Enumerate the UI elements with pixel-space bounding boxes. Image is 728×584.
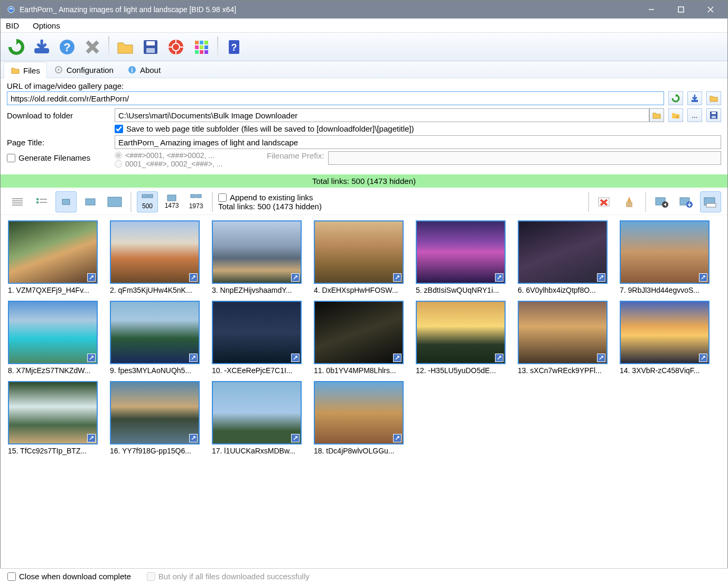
filename-pattern-1-radio[interactable] [115, 152, 122, 159]
thumbnail-image[interactable] [314, 220, 404, 284]
folder-label: Download to folder [7, 111, 110, 120]
menubar: BID Options [1, 18, 727, 33]
help-button[interactable]: ? [55, 35, 79, 59]
view-medium-thumb-button[interactable] [80, 191, 101, 212]
download-selected-button[interactable] [676, 191, 697, 212]
filter-1473-button[interactable]: 1473 [161, 191, 182, 212]
remove-selected-button[interactable] [594, 191, 615, 212]
svg-rect-47 [86, 199, 95, 205]
url-download-button[interactable] [687, 91, 702, 105]
rename-button[interactable] [700, 191, 721, 212]
folder-button[interactable] [114, 35, 137, 59]
thumbnail-image[interactable] [518, 220, 608, 284]
settings-button[interactable] [164, 35, 188, 59]
thumbnail-item[interactable]: 14. 3XVbR-zC458ViqF... [620, 301, 712, 375]
thumbnail-image[interactable] [110, 381, 200, 444]
tab-about[interactable]: i About [120, 61, 167, 78]
thumbnail-image[interactable] [8, 301, 98, 364]
minimize-button[interactable] [637, 1, 666, 18]
thumbnail-image[interactable] [110, 301, 200, 364]
thumbnail-item[interactable]: 8. X7MjcEzS7TNKZdW... [8, 301, 100, 375]
menu-options[interactable]: Options [30, 19, 63, 32]
thumbnail-image[interactable] [314, 381, 404, 444]
close-when-complete-checkbox[interactable] [7, 572, 16, 581]
url-input[interactable] [7, 91, 664, 105]
folder-star-button[interactable] [668, 108, 683, 122]
thumbnail-item[interactable]: 7. 9RbJl3Hd44egvvoS... [620, 220, 712, 294]
thumbnail-item[interactable]: 1. VZM7QXEFj9_H4Fv... [8, 220, 100, 294]
only-if-success-checkbox[interactable] [147, 572, 155, 581]
thumbnail-item[interactable]: 15. TfCc92s7TIp_BTZ... [8, 381, 100, 455]
thumbnail-item[interactable]: 6. 6V0ylhbx4izQtpf8O... [518, 220, 610, 294]
folder-browse-inline-button[interactable] [649, 108, 664, 122]
link-icon [597, 354, 605, 362]
thumbnail-image[interactable] [518, 301, 608, 364]
thumbnail-image[interactable] [212, 220, 302, 284]
filename-prefix-input[interactable] [328, 151, 721, 165]
thumbnail-image[interactable] [110, 220, 200, 284]
svg-rect-37 [712, 116, 716, 118]
filename-pattern-2-radio[interactable] [115, 160, 122, 168]
tab-files[interactable]: Files [4, 62, 47, 78]
thumbnail-image[interactable] [8, 381, 98, 444]
thumbnail-image[interactable] [8, 220, 98, 284]
thumbnail-image[interactable] [416, 301, 506, 364]
clean-button[interactable] [619, 191, 640, 212]
filter-500-button[interactable]: 500 [137, 191, 158, 212]
view-detail-button[interactable] [7, 191, 28, 212]
maximize-button[interactable] [666, 1, 696, 18]
thumbnail-item[interactable]: 2. qFm35KjUHw4K5nK... [110, 220, 202, 294]
thumbnail-image[interactable] [212, 301, 302, 364]
thumbnail-item[interactable]: 11. 0b1YV4MPM8Lhlrs... [314, 301, 406, 375]
thumbnail-grid[interactable]: 1. VZM7QXEFj9_H4Fv...2. qFm35KjUHw4K5nK.… [1, 215, 727, 561]
skip-button[interactable] [651, 191, 673, 212]
book-button[interactable]: ? [222, 35, 246, 59]
url-reload-button[interactable] [668, 91, 683, 105]
folder-dots-button[interactable]: ... [687, 108, 702, 122]
thumbnail-item[interactable]: 13. sXCn7wREck9YPFl... [518, 301, 610, 375]
save-subfolder-checkbox[interactable] [115, 125, 123, 133]
grid-button[interactable] [190, 35, 213, 59]
url-folder-button[interactable] [706, 91, 721, 105]
thumbnail-item[interactable]: 5. zBdtIsiSwQUqNRY1i... [416, 220, 508, 294]
link-icon [393, 434, 402, 442]
folder-input[interactable] [115, 108, 649, 122]
tab-configuration[interactable]: Configuration [47, 61, 120, 78]
thumbnail-item[interactable]: 16. YY7f918G-pp15Q6... [110, 381, 202, 455]
close-button[interactable] [696, 1, 725, 18]
view-list-button[interactable] [31, 191, 52, 212]
thumbnail-item[interactable]: 9. fpes3MYLAoNUQh5... [110, 301, 202, 375]
svg-rect-36 [712, 112, 716, 114]
save-button[interactable] [139, 35, 162, 59]
thumbnail-image[interactable] [620, 220, 710, 284]
thumbnail-label: 2. qFm35KjUHw4K5nK... [110, 284, 202, 294]
append-links-checkbox[interactable] [218, 193, 227, 202]
generate-filenames-checkbox[interactable] [7, 154, 15, 162]
menu-bid[interactable]: BID [3, 19, 22, 32]
thumbnail-image[interactable] [620, 301, 710, 364]
thumbnail-item[interactable]: 4. DxEHXspHwHFOSW... [314, 220, 406, 294]
page-title-input[interactable] [115, 135, 721, 149]
reload-button[interactable] [5, 35, 28, 59]
thumbnail-label: 1. VZM7QXEFj9_H4Fv... [8, 284, 100, 294]
form-area: URL of image/video gallery page: Downloa… [1, 78, 727, 173]
thumbnail-image[interactable] [212, 381, 302, 444]
separator [108, 36, 109, 58]
view-large-thumb-button[interactable] [104, 191, 125, 212]
thumbnail-image[interactable] [314, 301, 404, 364]
cancel-button[interactable] [81, 35, 104, 59]
svg-text:i: i [131, 67, 133, 74]
thumbnail-item[interactable]: 10. -XCEeRePjcE7C1I... [212, 301, 304, 375]
view-small-thumb-button[interactable] [55, 191, 77, 212]
folder-save-button[interactable] [706, 108, 721, 122]
thumbnail-item[interactable]: 18. tDc4jP8wlvOLGGu... [314, 381, 406, 455]
filter-1973-button[interactable]: 1973 [185, 191, 207, 212]
thumbnail-item[interactable]: 17. l1UUCKaRxsMDBw... [212, 381, 304, 455]
thumbnail-item[interactable]: 3. NnpEZHijvshaamdY... [212, 220, 304, 294]
svg-rect-48 [108, 197, 122, 207]
thumbnail-image[interactable] [416, 220, 506, 284]
thumbnail-label: 8. X7MjcEzS7TNKZdW... [8, 364, 100, 375]
link-icon [699, 354, 707, 362]
thumbnail-item[interactable]: 12. -H35LU5yuDO5dE... [416, 301, 508, 375]
download-button[interactable] [30, 35, 53, 59]
